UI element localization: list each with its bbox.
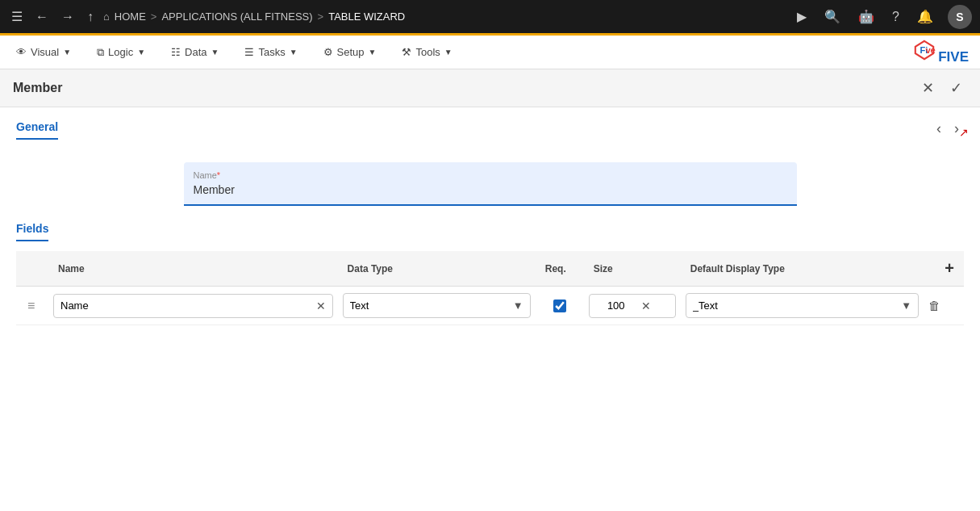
nav-item-tasks[interactable]: ☰ Tasks ▼	[240, 43, 302, 61]
nav-arrows: ‹ › ↗	[932, 119, 964, 139]
name-cell: ✕	[48, 287, 338, 325]
panel-header-actions: ✕ ✓	[917, 77, 967, 98]
nav-tasks-label: Tasks	[258, 46, 285, 58]
hamburger-icon: ☰	[11, 9, 23, 24]
fields-section: Fields Name Data Type Req.	[16, 222, 964, 325]
wrench-icon: ⚒	[402, 46, 411, 58]
five-logo-text: FIVE	[938, 49, 969, 65]
home-icon: ⌂	[103, 10, 110, 23]
data-type-select[interactable]: Text Integer Decimal Date DateTime Boole…	[344, 294, 507, 317]
eye-icon: 👁	[16, 46, 27, 58]
tasks-icon: ☰	[244, 46, 254, 58]
bot-icon: 🤖	[858, 9, 874, 24]
table-row: ≡ ✕ Text Integer	[16, 287, 964, 325]
nav-item-logic[interactable]: ⧉ Logic ▼	[92, 43, 150, 62]
general-tab-label[interactable]: General	[16, 120, 58, 140]
display-type-select[interactable]: _Text _Number _Date _Checkbox	[686, 294, 895, 317]
delete-cell: 🗑	[924, 287, 964, 325]
avatar-initial: S	[956, 10, 963, 23]
req-checkbox-wrap	[540, 299, 579, 312]
gear-icon: ⚙	[323, 46, 333, 58]
svg-text:ve: ve	[925, 45, 935, 55]
breadcrumb: ⌂ HOME > APPLICATIONS (ALL FITNESS) > TA…	[103, 10, 405, 23]
bell-icon: 🔔	[917, 9, 933, 24]
confirm-panel-button[interactable]: ✓	[945, 77, 967, 98]
nav-item-setup[interactable]: ⚙ Setup ▼	[319, 43, 382, 61]
next-arrow-button[interactable]: › ↗	[949, 119, 964, 139]
top-navbar: ☰ ← → ↑ ⌂ HOME > APPLICATIONS (ALL FITNE…	[0, 0, 980, 36]
row-name-clear-button[interactable]: ✕	[316, 299, 326, 312]
breadcrumb-current: TABLE WIZARD	[328, 10, 405, 23]
th-default-display-type: Default Display Type	[681, 251, 924, 287]
notification-button[interactable]: 🔔	[914, 6, 936, 27]
th-add: +	[924, 251, 964, 287]
breadcrumb-home[interactable]: HOME	[115, 10, 146, 23]
logic-dropdown-icon: ▼	[137, 48, 145, 57]
add-row-button[interactable]: +	[945, 259, 954, 278]
forward-icon: →	[61, 10, 74, 24]
drag-cell: ≡	[16, 287, 48, 325]
play-icon: ▶	[797, 9, 807, 24]
delete-row-button[interactable]: 🗑	[928, 299, 940, 312]
name-input[interactable]	[194, 183, 787, 196]
panel-header: Member ✕ ✓	[0, 69, 980, 107]
forward-button[interactable]: →	[58, 6, 77, 27]
nav-left: ☰ ← → ↑ ⌂ HOME > APPLICATIONS (ALL FITNE…	[8, 6, 794, 27]
size-clear-button[interactable]: ✕	[641, 299, 651, 312]
req-cell	[536, 287, 584, 325]
name-field-row: Name*	[184, 162, 797, 206]
search-button[interactable]: 🔍	[821, 6, 844, 27]
tasks-dropdown-icon: ▼	[290, 48, 298, 57]
bot-button[interactable]: 🤖	[855, 6, 878, 27]
nav-setup-label: Setup	[337, 46, 365, 58]
close-panel-button[interactable]: ✕	[917, 77, 939, 98]
row-name-input[interactable]	[60, 299, 311, 312]
display-type-select-wrap: _Text _Number _Date _Checkbox ▼	[686, 293, 919, 318]
th-name: Name	[48, 251, 338, 287]
breadcrumb-sep2: >	[318, 10, 324, 23]
help-icon: ?	[892, 10, 899, 24]
setup-dropdown-icon: ▼	[369, 48, 377, 57]
name-field-wrap: Name*	[184, 162, 797, 206]
red-arrow-indicator: ↗	[959, 127, 969, 138]
hamburger-menu-button[interactable]: ☰	[8, 6, 26, 27]
nav-item-visual[interactable]: 👁 Visual ▼	[11, 43, 76, 61]
prev-arrow-button[interactable]: ‹	[932, 119, 946, 139]
data-type-select-wrap: Text Integer Decimal Date DateTime Boole…	[343, 293, 531, 318]
row-name-input-wrap: ✕	[53, 294, 333, 318]
play-button[interactable]: ▶	[794, 6, 810, 27]
nav-tools-label: Tools	[415, 46, 440, 58]
tools-dropdown-icon: ▼	[444, 48, 452, 57]
up-button[interactable]: ↑	[84, 6, 97, 27]
display-type-dropdown-icon: ▼	[895, 299, 918, 312]
breadcrumb-app[interactable]: APPLICATIONS (ALL FITNESS)	[161, 10, 312, 23]
data-type-dropdown-icon: ▼	[507, 299, 530, 312]
general-tab-section: General	[16, 120, 964, 149]
visual-dropdown-icon: ▼	[63, 48, 71, 57]
panel-body: ‹ › ↗ General Name* Fields	[0, 107, 980, 511]
data-type-cell: Text Integer Decimal Date DateTime Boole…	[338, 287, 536, 325]
name-field-label: Name*	[194, 170, 787, 180]
th-req: Req.	[536, 251, 584, 287]
nav-logic-label: Logic	[108, 46, 133, 58]
fields-tab-label[interactable]: Fields	[16, 222, 48, 241]
data-dropdown-icon: ▼	[211, 48, 219, 57]
help-button[interactable]: ?	[889, 6, 903, 27]
user-avatar-button[interactable]: S	[948, 5, 972, 29]
size-input[interactable]	[596, 299, 636, 312]
nav-right: ▶ 🔍 🤖 ? 🔔 S	[794, 5, 972, 29]
nav-visual-label: Visual	[31, 46, 59, 58]
back-button[interactable]: ←	[32, 6, 52, 27]
drag-handle-icon[interactable]: ≡	[21, 299, 41, 312]
panel-title: Member	[13, 81, 62, 95]
fields-table: Name Data Type Req. Size Default Display	[16, 251, 964, 325]
display-type-cell: _Text _Number _Date _Checkbox ▼	[681, 287, 924, 325]
grid-icon: ☷	[171, 46, 181, 58]
search-icon: 🔍	[824, 9, 840, 24]
req-checkbox[interactable]	[553, 299, 566, 312]
nav-data-label: Data	[185, 46, 206, 58]
size-input-wrap: ✕	[589, 294, 676, 318]
nav-item-tools[interactable]: ⚒ Tools ▼	[397, 43, 457, 61]
nav-item-data[interactable]: ☷ Data ▼	[166, 43, 223, 61]
main-content: Member ✕ ✓ ‹ › ↗ General Name*	[0, 69, 980, 511]
